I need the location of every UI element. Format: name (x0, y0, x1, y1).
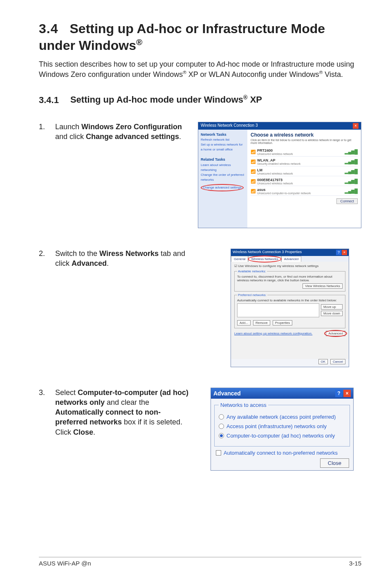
heading-text: Setting up Ad-hoc or Infrastructure Mode… (39, 21, 325, 53)
checkbox-icon (216, 450, 221, 456)
reg-mark: ® (136, 37, 142, 47)
auto-connect-checkbox[interactable]: Automatically connect to non-preferred n… (216, 450, 348, 456)
network-item[interactable]: 📶LMUnsecured wireless network▂▄▆█ (251, 166, 358, 176)
signal-icon: 📶 (251, 150, 256, 154)
page-footer: ASUS WiFi-AP @n 3-15 (39, 557, 361, 567)
learn-link[interactable]: Learn about setting up wireless network … (234, 332, 312, 335)
refresh-link[interactable]: Refresh network list (201, 138, 229, 141)
signal-icon: 📶 (251, 159, 256, 164)
add-button[interactable]: Add... (237, 320, 251, 325)
screenshot-advanced-dialog: Advanced ?× Networks to access Any avail… (211, 388, 354, 471)
window-titlebar: Wireless Network Connection 3 Properties… (231, 249, 349, 256)
close-icon[interactable]: × (343, 390, 351, 397)
step-body: Launch Windows Zero Configuration and cl… (55, 122, 190, 142)
network-item[interactable]: 📶asusUnsecured computer-to-computer netw… (251, 186, 358, 196)
change-advanced-link[interactable]: Change advanced settings (201, 184, 244, 191)
step-number: 1. (39, 122, 55, 142)
networks-to-access-legend: Networks to access (219, 402, 268, 408)
step-number: 3. (39, 388, 55, 437)
signal-icon: 📶 (251, 169, 256, 174)
tab-advanced[interactable]: Advanced (281, 256, 302, 262)
close-icon[interactable]: × (353, 123, 359, 129)
screenshot-properties: Wireless Network Connection 3 Properties… (231, 249, 349, 367)
move-up-button[interactable]: Move up (321, 304, 343, 310)
step-body: Switch to the Wiress Networks tab and cl… (55, 249, 190, 269)
network-item[interactable]: 📶PRT2400Unsecured wireless network▂▄▆█ (251, 147, 358, 157)
preferred-listbox[interactable] (237, 303, 319, 317)
subsection-heading: 3.4.1Setting up Ad-hoc mode under Window… (39, 94, 361, 105)
window-title: Advanced (213, 390, 241, 397)
heading-number: 3.4 (39, 21, 58, 36)
window-titlebar: Wireless Network Connection 3 × (198, 122, 361, 130)
window-titlebar: Advanced ?× (211, 388, 353, 399)
learn-link[interactable]: Learn about wireless networking (201, 163, 231, 172)
step-body: Select Computer-to-computer (ad hoc) net… (55, 388, 190, 437)
radio-icon (219, 414, 224, 420)
step-number: 2. (39, 249, 55, 269)
cancel-button[interactable]: Cancel (330, 359, 345, 364)
setup-link[interactable]: Set up a wireless network for a home or … (201, 143, 243, 151)
connect-button[interactable]: Connect (336, 198, 358, 204)
remove-button[interactable]: Remove (253, 320, 270, 325)
help-icon[interactable]: ? (335, 390, 343, 397)
radio-access-point[interactable]: Access point (infrastructure) networks o… (219, 423, 345, 429)
move-down-button[interactable]: Move down (321, 311, 343, 316)
radio-icon (219, 424, 224, 429)
close-button[interactable]: Close (320, 458, 349, 468)
strength-icon: ▂▄▆█ (345, 149, 358, 155)
close-icon[interactable]: × (342, 250, 347, 255)
radio-icon (219, 433, 224, 438)
network-item[interactable]: 📶000E8E417973Unsecured wireless network▂… (251, 176, 358, 186)
radio-any-network[interactable]: Any available network (access point pref… (219, 414, 345, 420)
screenshot-choose-network: Wireless Network Connection 3 × Network … (198, 122, 361, 228)
section-heading: 3.4Setting up Ad-hoc or Infrastructure M… (39, 20, 361, 54)
order-link[interactable]: Change the order of preferred networks (201, 173, 244, 182)
signal-icon: 📶 (251, 179, 256, 184)
step-2-row: 2. Switch to the Wiress Networks tab and… (39, 249, 361, 367)
tab-wireless-networks[interactable]: Wireless Networks (248, 256, 281, 262)
network-list: Choose a wireless network Click an item … (247, 130, 361, 228)
advanced-button[interactable]: Advanced (326, 331, 345, 336)
sidebar: Network Tasks Refresh network list Set u… (198, 130, 247, 228)
help-icon[interactable]: ? (336, 250, 341, 255)
step-1-row: 1. Launch Windows Zero Configuration and… (39, 122, 361, 228)
window-title: Wireless Network Connection 3 (201, 123, 258, 129)
tab-general[interactable]: General (231, 256, 248, 262)
network-item[interactable]: 📶WLAN_APSecurity-enabled wireless networ… (251, 157, 358, 166)
footer-left: ASUS WiFi-AP @n (39, 560, 91, 567)
radio-adhoc[interactable]: Computer-to-computer (ad hoc) networks o… (219, 433, 345, 439)
step-3-row: 3. Select Computer-to-computer (ad hoc) … (39, 388, 361, 471)
properties-button[interactable]: Properties (273, 320, 292, 325)
footer-right: 3-15 (349, 560, 361, 567)
tabs: General Wireless Networks Advanced (231, 256, 349, 262)
ok-button[interactable]: OK (318, 359, 328, 364)
choose-heading: Choose a wireless network (251, 132, 358, 138)
intro-text: This section describes how to set up you… (39, 59, 361, 80)
view-networks-button[interactable]: View Wireless Networks (303, 283, 343, 289)
signal-icon: 📶 (251, 189, 256, 193)
sub-number: 3.4.1 (39, 95, 59, 105)
